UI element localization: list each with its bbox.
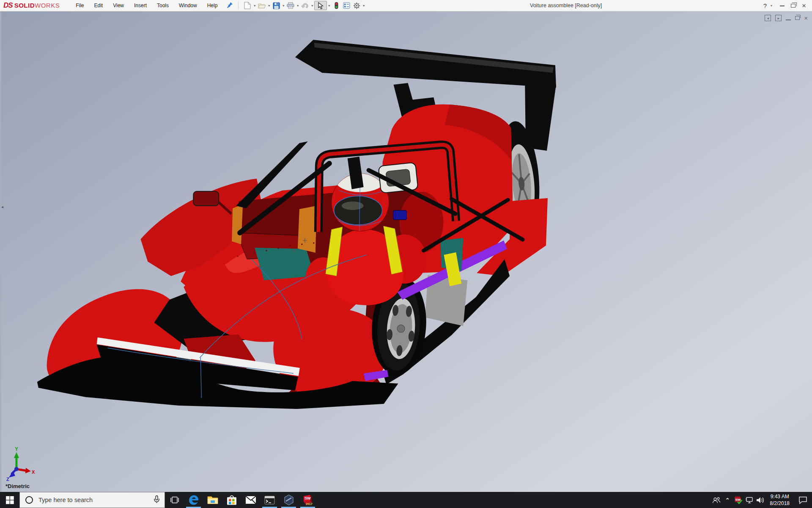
triad-y-label: Y	[15, 446, 18, 452]
print-dropdown[interactable]: ▾	[296, 4, 300, 8]
taskbar-icon-store[interactable]	[222, 492, 241, 508]
search-placeholder: Type here to search	[38, 497, 154, 503]
people-icon[interactable]	[711, 492, 722, 508]
view-orientation-label: *Dimetric	[5, 483, 30, 489]
menu-file[interactable]: File	[71, 0, 89, 11]
window-title: Voiture assomblee [Read-only]	[530, 0, 602, 11]
save-dropdown[interactable]: ▾	[281, 4, 285, 8]
svg-text:SW: SW	[304, 496, 311, 500]
taskbar-icon-edrawings[interactable]	[279, 492, 298, 508]
minimize-button[interactable]	[776, 0, 787, 11]
help-dropdown[interactable]: ▾	[771, 4, 776, 8]
title-menu-bar: DSSOLIDWORKS File Edit View Insert Tools…	[0, 0, 812, 11]
microphone-icon[interactable]	[154, 495, 159, 505]
taskbar-icon-edge[interactable]	[184, 492, 203, 508]
undo-button[interactable]	[300, 1, 310, 10]
menu-items: File Edit View Insert Tools Window Help	[71, 0, 222, 11]
standard-toolbar: ▾ ▾ ▾ ▾ ▾ ▾ ▾	[242, 1, 366, 10]
volume-icon[interactable]	[755, 492, 766, 508]
car-3d-model[interactable]: Y X Z	[1, 11, 812, 492]
taskbar-icon-solidworks-2017[interactable]: SW 2017	[298, 492, 317, 508]
windows-taskbar: Type here to search SW 2017 ⌃ SW	[0, 492, 812, 508]
triad-x-label: X	[32, 469, 35, 475]
menu-help[interactable]: Help	[202, 0, 223, 11]
print-button[interactable]	[285, 1, 296, 10]
window-controls: ? ▾ ×	[760, 0, 809, 11]
solidworks-logo: DSSOLIDWORKS	[3, 1, 60, 10]
clock-date: 8/2/2018	[770, 500, 790, 507]
harness-buckle	[393, 210, 407, 220]
settings-dropdown[interactable]: ▾	[362, 4, 366, 8]
menu-window[interactable]: Window	[174, 0, 202, 11]
clock-time: 9:43 AM	[770, 493, 790, 500]
visor	[334, 196, 382, 225]
windows-logo-icon	[6, 496, 14, 504]
close-button[interactable]: ×	[798, 0, 809, 11]
menu-view[interactable]: View	[108, 0, 129, 11]
select-cursor-button[interactable]	[314, 1, 327, 10]
menu-edit[interactable]: Edit	[89, 0, 108, 11]
open-dropdown[interactable]: ▾	[267, 4, 271, 8]
svg-text:2017: 2017	[306, 502, 313, 505]
options-list-button[interactable]	[341, 1, 351, 10]
ds-logo-mark: DS	[3, 1, 13, 10]
rebuild-button[interactable]	[331, 1, 341, 10]
taskbar-icon-command-prompt[interactable]	[260, 492, 279, 508]
select-dropdown[interactable]: ▾	[327, 4, 331, 8]
toolbar-separator	[238, 2, 239, 9]
task-view-button[interactable]	[165, 492, 184, 508]
cortana-icon	[25, 496, 33, 504]
triad-z-label: Z	[6, 477, 9, 482]
new-document-button[interactable]	[242, 1, 252, 10]
save-button[interactable]	[271, 1, 281, 10]
hidden-icons-chevron[interactable]: ⌃	[722, 492, 733, 508]
new-document-dropdown[interactable]: ▾	[252, 4, 257, 8]
solidworks-monitor-icon[interactable]: SW	[733, 492, 744, 508]
system-tray: ⌃ SW 9:43 AM 8/2/2018	[711, 492, 812, 508]
restore-button[interactable]	[787, 0, 798, 11]
orientation-triad: Y X Z	[6, 446, 35, 482]
taskbar-search-input[interactable]: Type here to search	[19, 492, 165, 508]
graphics-viewport[interactable]: ◂ ▸ × ◂	[0, 11, 812, 492]
network-icon[interactable]	[744, 492, 755, 508]
help-button[interactable]: ?	[760, 0, 771, 11]
taskbar-clock[interactable]: 9:43 AM 8/2/2018	[766, 493, 793, 507]
svg-text:SW: SW	[735, 497, 741, 501]
undo-dropdown[interactable]: ▾	[310, 4, 314, 8]
pushpin-icon[interactable]	[225, 2, 234, 10]
taskbar-icon-mail[interactable]	[241, 492, 260, 508]
open-button[interactable]	[257, 1, 267, 10]
taskbar-icon-file-explorer[interactable]	[203, 492, 222, 508]
settings-gear-button[interactable]	[351, 1, 362, 10]
start-button[interactable]	[0, 492, 19, 508]
action-center-button[interactable]	[793, 496, 812, 504]
menu-insert[interactable]: Insert	[129, 0, 152, 11]
menu-tools[interactable]: Tools	[152, 0, 174, 11]
